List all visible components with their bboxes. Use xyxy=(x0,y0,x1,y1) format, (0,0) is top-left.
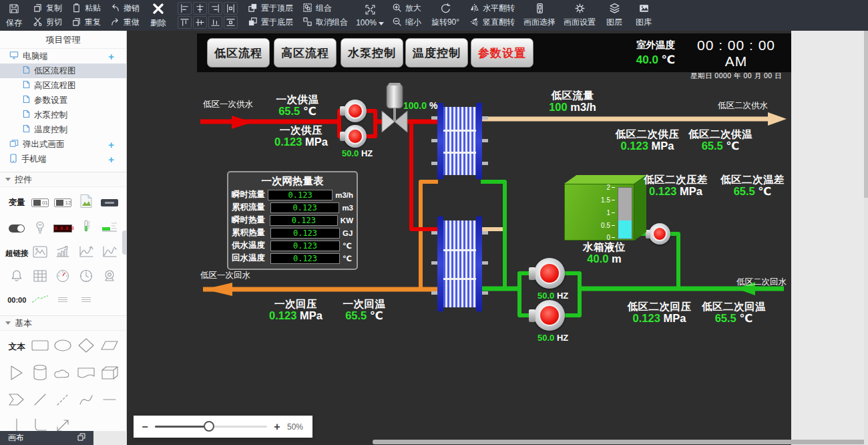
canvas-zoom-level[interactable]: 100% xyxy=(353,0,387,31)
sidebar-collapse-handle[interactable] xyxy=(122,231,127,255)
cut-button[interactable]: 剪切 xyxy=(33,17,62,29)
shape-curve[interactable] xyxy=(78,392,94,410)
zoom-plus-button[interactable]: + xyxy=(272,421,282,433)
add-page-button[interactable]: + xyxy=(108,51,114,62)
flip-horizontal-button[interactable]: 水平翻转 xyxy=(469,3,515,15)
control-table[interactable] xyxy=(33,270,47,285)
redo-button[interactable]: 重做 xyxy=(110,17,140,29)
ungroup-button[interactable]: 取消组合 xyxy=(302,17,348,29)
align-middle-v-button[interactable] xyxy=(193,16,207,29)
shape-cloud[interactable] xyxy=(53,366,72,382)
canvas-tab[interactable]: 画布 xyxy=(0,431,93,445)
control-text-widget-2[interactable] xyxy=(81,297,91,303)
tree-page-high-zone[interactable]: 高区流程图 xyxy=(0,78,126,93)
tree-node-mobile[interactable]: 手机端 + xyxy=(0,152,126,166)
zoom-out-button[interactable]: 缩小 xyxy=(392,17,421,29)
control-time[interactable]: 00:00 xyxy=(7,296,26,304)
add-mobile-button[interactable]: + xyxy=(108,154,114,165)
control-text-widget-1[interactable] xyxy=(58,297,67,303)
heat-exchanger-1[interactable] xyxy=(437,107,482,175)
control-webcam[interactable] xyxy=(103,269,116,285)
control-gauge[interactable] xyxy=(56,269,69,285)
distribute-v-button[interactable] xyxy=(224,16,238,29)
tree-node-popup[interactable]: 弹出式画面 + xyxy=(0,137,126,152)
secondary-pump-b[interactable] xyxy=(534,300,565,331)
align-top-button[interactable] xyxy=(178,16,192,29)
hmi-canvas[interactable]: 低区流程 高区流程 水泵控制 温度控制 参数设置 室外温度 40.0 ℃ 00 … xyxy=(127,31,791,445)
paste-button[interactable]: 粘贴 xyxy=(71,3,101,15)
gallery-button[interactable]: 图库 xyxy=(629,0,658,31)
undo-button[interactable]: 撤销 xyxy=(110,3,140,15)
control-button[interactable] xyxy=(101,199,118,206)
water-tank[interactable]: 2 1.5 1 0.5 0 xyxy=(564,175,646,242)
control-alarm-bell[interactable] xyxy=(10,269,23,285)
control-toggle-01[interactable]: 01 xyxy=(31,198,49,207)
shape-triangle[interactable] xyxy=(9,365,24,384)
add-popup-button[interactable]: + xyxy=(108,139,114,150)
duplicate-button[interactable]: 重复 xyxy=(71,17,101,29)
shape-chevron[interactable] xyxy=(8,392,25,410)
save-button[interactable]: 保存 xyxy=(0,0,28,31)
screen-select-button[interactable]: 画面选择 xyxy=(519,0,560,31)
rotate-90-button[interactable]: 旋转90° xyxy=(426,0,465,31)
copy-button[interactable]: 复制 xyxy=(33,3,62,15)
control-trend-chart[interactable] xyxy=(102,246,117,261)
control-image-doc[interactable] xyxy=(79,194,93,211)
tree-page-parameters[interactable]: 参数设置 xyxy=(0,93,126,108)
flip-vertical-button[interactable]: 竖直翻转 xyxy=(469,17,515,29)
tree-page-pump-control[interactable]: 水泵控制 xyxy=(0,108,126,122)
send-back-button[interactable]: 置于底层 xyxy=(248,17,293,29)
align-center-h-button[interactable] xyxy=(193,2,207,15)
vertical-scrollbar[interactable] xyxy=(864,31,868,445)
controls-section-header[interactable]: 控件 xyxy=(0,172,126,187)
align-left-button[interactable] xyxy=(178,2,192,15)
horizontal-scrollbar[interactable] xyxy=(373,440,867,444)
tree-node-pc[interactable]: 电脑端 + xyxy=(0,49,126,63)
heat-meter-table[interactable]: 一次网热量表 瞬时流量0.123m3/h 累积流量0.123m3 瞬时热量0.1… xyxy=(227,171,358,270)
bring-front-button[interactable]: 置于顶层 xyxy=(248,3,293,15)
control-image-frame[interactable] xyxy=(33,246,47,261)
control-thermometer[interactable] xyxy=(81,220,91,237)
primary-pump-1[interactable] xyxy=(344,100,367,122)
layers-button[interactable]: 图层 xyxy=(600,0,629,31)
distribute-h-button[interactable] xyxy=(224,2,238,15)
align-bottom-button[interactable] xyxy=(208,16,222,29)
screen-settings-button[interactable]: 画面设置 xyxy=(560,0,600,31)
primary-pump-2[interactable] xyxy=(344,125,367,148)
control-toggle-12[interactable]: 12 xyxy=(54,198,71,207)
control-hyperlink[interactable]: 超链接 xyxy=(5,249,29,259)
shape-hline[interactable] xyxy=(102,392,117,410)
restore-window-icon[interactable] xyxy=(77,433,85,443)
control-led-display[interactable]: 8.8.8.8 xyxy=(53,225,72,233)
control-clock[interactable] xyxy=(79,269,93,285)
shape-parallelogram[interactable] xyxy=(100,339,119,354)
zoom-slider-knob[interactable] xyxy=(204,421,214,432)
align-right-button[interactable] xyxy=(208,2,222,15)
shape-dashed-line[interactable] xyxy=(55,392,70,410)
control-sparkline[interactable] xyxy=(31,294,49,306)
group-button[interactable]: 组合 xyxy=(302,3,348,15)
control-level-meter[interactable] xyxy=(101,222,118,235)
secondary-pump-a[interactable] xyxy=(534,258,565,289)
delete-button[interactable]: 删除 xyxy=(144,0,172,31)
control-bulb[interactable] xyxy=(34,220,46,237)
shape-cube[interactable] xyxy=(100,365,119,384)
tree-page-low-zone[interactable]: 低区流程图 xyxy=(0,63,126,78)
shape-rectangle[interactable] xyxy=(31,339,49,355)
zoom-in-button[interactable]: 放大 xyxy=(392,3,421,15)
shape-line[interactable] xyxy=(33,392,47,410)
shape-text[interactable]: 文本 xyxy=(9,341,25,353)
zoom-slider[interactable] xyxy=(155,426,267,428)
control-curve-chart[interactable] xyxy=(79,246,93,261)
tree-page-temp-control[interactable]: 温度控制 xyxy=(0,122,126,137)
zoom-minus-button[interactable]: − xyxy=(140,421,150,433)
heat-exchanger-2[interactable] xyxy=(437,220,482,307)
shape-diamond[interactable] xyxy=(77,337,95,356)
basic-section-header[interactable]: 基本 xyxy=(0,315,126,331)
shape-cylinder[interactable] xyxy=(32,364,48,384)
shape-ellipse[interactable] xyxy=(53,339,72,355)
control-switch[interactable] xyxy=(9,225,25,233)
control-variable[interactable]: 变量 xyxy=(9,197,25,208)
tank-pump[interactable] xyxy=(649,223,670,245)
shape-banner[interactable] xyxy=(77,366,95,382)
